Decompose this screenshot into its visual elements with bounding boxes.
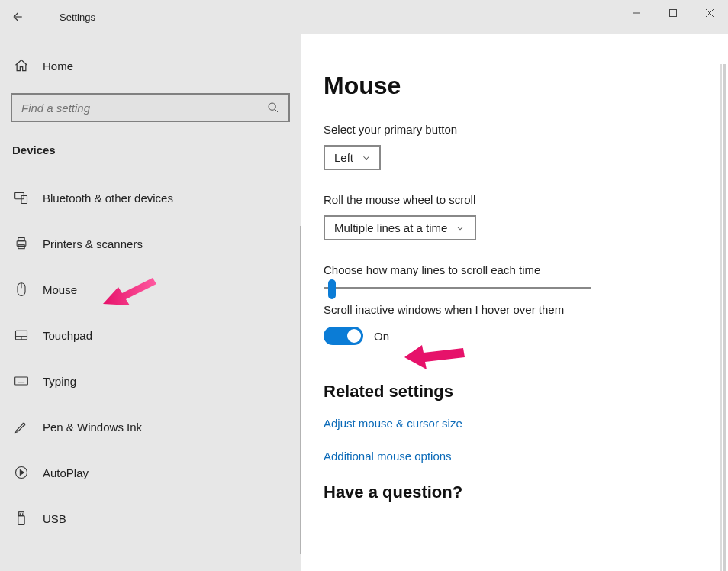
main-content: Mouse Select your primary button Left Ro… — [301, 34, 728, 571]
svg-rect-16 — [15, 377, 28, 385]
lines-slider[interactable] — [324, 287, 591, 289]
roll-wheel-label: Roll the mouse wheel to scroll — [324, 193, 705, 206]
scroll-inactive-toggle[interactable] — [324, 327, 363, 345]
svg-rect-23 — [19, 512, 24, 516]
sidebar-item-label: Typing — [43, 375, 76, 388]
devices-icon — [14, 190, 29, 205]
additional-mouse-link[interactable]: Additional mouse options — [324, 450, 705, 463]
sidebar: Home Devices Bluetooth & other devices — [0, 34, 301, 571]
sidebar-item-typing[interactable]: Typing — [11, 358, 290, 404]
printer-icon — [14, 236, 29, 251]
chevron-down-icon — [361, 153, 372, 163]
sidebar-item-touchpad[interactable]: Touchpad — [11, 312, 290, 358]
autoplay-icon — [14, 465, 29, 480]
sidebar-item-label: USB — [43, 512, 66, 525]
search-icon — [267, 102, 279, 114]
touchpad-icon — [14, 327, 29, 343]
sidebar-item-printers[interactable]: Printers & scanners — [11, 221, 290, 266]
scrollbar[interactable] — [723, 64, 726, 571]
sidebar-item-label: Printers & scanners — [43, 237, 143, 250]
search-box[interactable] — [11, 93, 290, 122]
close-icon — [705, 8, 714, 18]
svg-rect-9 — [18, 238, 24, 241]
toggle-knob — [347, 329, 361, 343]
window-title: Settings — [60, 11, 95, 23]
have-question-heading: Have a question? — [324, 482, 705, 502]
home-label: Home — [43, 60, 73, 73]
pen-icon — [14, 419, 29, 434]
section-heading: Devices — [11, 144, 290, 156]
maximize-icon — [668, 8, 678, 18]
search-input[interactable] — [21, 102, 267, 115]
toggle-state: On — [374, 330, 389, 343]
chevron-down-icon — [455, 223, 465, 234]
home-icon — [14, 58, 29, 73]
svg-line-5 — [275, 109, 278, 112]
back-arrow-icon — [10, 10, 24, 24]
select-value: Multiple lines at a time — [334, 221, 447, 234]
usb-icon — [14, 511, 29, 526]
sidebar-item-home[interactable]: Home — [11, 49, 290, 82]
sidebar-item-autoplay[interactable]: AutoPlay — [11, 450, 290, 495]
sidebar-item-usb[interactable]: USB — [11, 495, 290, 541]
hover-label: Scroll inactive windows when I hover ove… — [324, 303, 705, 316]
maximize-button[interactable] — [655, 0, 691, 26]
mouse-icon — [14, 282, 29, 297]
primary-button-select[interactable]: Left — [324, 145, 381, 170]
minimize-button[interactable] — [618, 0, 655, 26]
page-title: Mouse — [324, 72, 705, 100]
sidebar-item-pen[interactable]: Pen & Windows Ink — [11, 404, 290, 450]
sidebar-item-bluetooth[interactable]: Bluetooth & other devices — [11, 175, 290, 221]
sidebar-item-label: Bluetooth & other devices — [43, 192, 173, 205]
related-settings-heading: Related settings — [324, 382, 705, 402]
sidebar-item-label: Mouse — [43, 283, 77, 296]
svg-rect-1 — [670, 10, 677, 17]
primary-button-label: Select your primary button — [324, 123, 705, 136]
scrollbar-track — [720, 64, 722, 571]
back-button[interactable] — [0, 10, 34, 24]
select-value: Left — [334, 151, 353, 164]
sidebar-item-label: Pen & Windows Ink — [43, 421, 142, 434]
close-button[interactable] — [691, 0, 728, 26]
sidebar-item-label: AutoPlay — [43, 466, 89, 479]
svg-point-4 — [269, 103, 275, 110]
roll-wheel-select[interactable]: Multiple lines at a time — [324, 215, 476, 240]
keyboard-icon — [14, 373, 29, 389]
sidebar-item-mouse[interactable]: Mouse — [11, 266, 290, 312]
svg-rect-24 — [18, 516, 24, 525]
lines-label: Choose how many lines to scroll each tim… — [324, 263, 705, 276]
minimize-icon — [632, 8, 641, 18]
adjust-mouse-link[interactable]: Adjust mouse & cursor size — [324, 417, 705, 430]
svg-rect-10 — [18, 245, 24, 249]
slider-thumb[interactable] — [328, 279, 336, 299]
sidebar-item-label: Touchpad — [43, 329, 92, 342]
